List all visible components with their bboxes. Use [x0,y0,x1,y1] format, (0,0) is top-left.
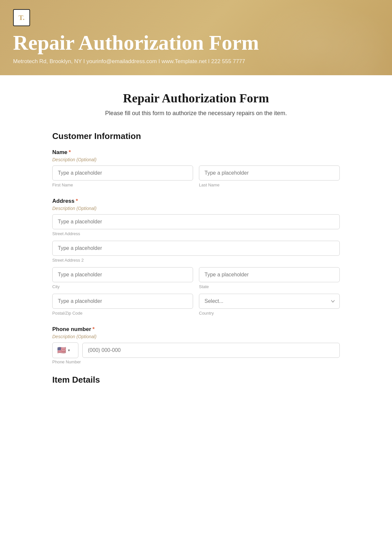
section-customer-info: Customer Information [52,131,340,141]
chevron-down-icon: ▾ [68,348,70,353]
name-required: * [69,149,71,156]
address-stack: Street Address Street Address 2 City Sta… [52,214,340,316]
state-sublabel: State [199,284,340,289]
phone-field-group: Phone number * Description (Optional) 🇺🇸… [52,326,340,364]
phone-description: Description (Optional) [52,334,340,339]
postal-input[interactable] [52,294,193,309]
logo: T. [13,9,30,26]
city-sublabel: City [52,284,193,289]
name-row: First Name Last Name [52,165,340,187]
address-label: Address * [52,198,340,204]
phone-sublabel: Phone Number [52,359,340,364]
city-col: City [52,267,193,289]
street2-sublabel: Street Address 2 [52,258,340,263]
name-field-group: Name * Description (Optional) First Name… [52,149,340,187]
state-input[interactable] [199,267,340,282]
header-title: Repair Authorization Form [13,31,379,54]
phone-row: 🇺🇸 ▾ [52,342,340,358]
last-name-input[interactable] [199,165,340,181]
country-col: Country [199,294,340,316]
phone-required: * [92,326,95,333]
city-input[interactable] [52,267,193,282]
postal-country-row: Postal/Zip Code Country [52,294,340,316]
country-input[interactable] [199,294,340,309]
main-content: Repair Authorization Form Please fill ou… [39,75,353,412]
street1-input[interactable] [52,214,340,229]
country-sublabel: Country [199,311,340,316]
page-header: T. Repair Authorization Form Metrotech R… [0,0,392,75]
postal-sublabel: Postal/Zip Code [52,311,193,316]
last-name-col: Last Name [199,165,340,187]
address-required: * [76,198,78,204]
name-description: Description (Optional) [52,157,340,162]
phone-label: Phone number * [52,326,340,333]
street2-input[interactable] [52,241,340,256]
first-name-col: First Name [52,165,193,187]
first-name-sublabel: First Name [52,182,193,187]
last-name-sublabel: Last Name [199,182,340,187]
header-meta: Metrotech Rd, Brooklyn, NY I yourinfo@em… [13,58,379,65]
section-item-details: Item Details [52,375,340,385]
address-description: Description (Optional) [52,206,340,211]
state-col: State [199,267,340,289]
address-field-group: Address * Description (Optional) Street … [52,198,340,316]
name-label: Name * [52,149,340,156]
street1-row: Street Address [52,214,340,236]
street1-sublabel: Street Address [52,231,340,236]
flag-icon: 🇺🇸 [57,346,66,355]
first-name-input[interactable] [52,165,193,181]
phone-country-selector[interactable]: 🇺🇸 ▾ [52,342,78,358]
phone-input[interactable] [82,343,340,358]
postal-col: Postal/Zip Code [52,294,193,316]
form-title: Repair Authorization Form [52,91,340,105]
street2-row: Street Address 2 [52,241,340,263]
city-state-row: City State [52,267,340,289]
form-subtitle: Please fill out this form to authorize t… [52,110,340,117]
